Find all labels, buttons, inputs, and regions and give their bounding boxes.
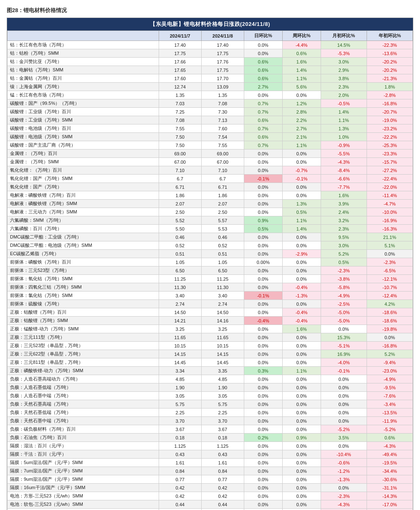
row-monthly-pct: 0.0% [321, 442, 367, 450]
row-weekly-pct: 0.0% [282, 300, 321, 308]
row-date2: 0.84 [201, 467, 244, 475]
row-weekly-pct: 0.0% [282, 191, 321, 200]
table-row: 锰：长江有色市场（万/吨）1.351.350.0%0.0%2.0%-2.8% [8, 91, 413, 99]
table-row: 钴：电解钴（万/吨）SMM17.6517.750.6%1.4%2.9%-20.2… [8, 66, 413, 74]
row-name: 前驱体：氯化钴（万/吨）SMM [8, 292, 159, 300]
row-date2: 7.60 [201, 124, 244, 133]
row-daily-pct: 0.0% [244, 358, 282, 367]
row-yearly-pct: -4.9% [367, 375, 412, 383]
row-yearly-pct: -16.3% [367, 225, 412, 233]
table-row: 负极：人造石墨中端（万/吨）3.053.050.0%0.0%0.0%-7.6% [8, 392, 413, 400]
row-monthly-pct: -1.3% [321, 475, 367, 484]
row-weekly-pct: 1.1% [282, 216, 321, 225]
row-date1: 0.46 [159, 233, 201, 241]
row-name: 金属锂：（万/吨）SMM [8, 158, 159, 166]
row-monthly-pct: -0.9% [321, 141, 367, 150]
row-name: 隔膜：5um湿法/国产（元/平）SMM [8, 459, 159, 467]
table-row: 前驱体：氯化钴（万/吨）SMM3.403.40-0.1%-1.3%-4.9%-1… [8, 292, 413, 300]
row-monthly-pct: 2.3% [321, 225, 367, 233]
row-yearly-pct: -11.9% [367, 417, 412, 425]
row-date1: 14.45 [159, 358, 201, 367]
row-monthly-pct: 0.0% [321, 325, 367, 333]
row-date2: 17.75 [201, 49, 244, 58]
row-daily-pct: 0.0% [244, 308, 282, 317]
row-daily-pct: 0.0% [244, 275, 282, 283]
row-name: 负极：石油焦（万/吨）百川 [8, 434, 159, 442]
row-date1: 6.7 [159, 175, 201, 183]
row-date1: 2.50 [159, 208, 201, 216]
row-weekly-pct: 0.0% [282, 91, 321, 99]
row-name: 电池：方形-三元523（元/wh）SMM [8, 492, 159, 500]
row-date1: 1.125 [159, 442, 201, 450]
row-date2: 5.75 [201, 400, 244, 409]
row-monthly-pct: -1.2% [321, 467, 367, 475]
row-yearly-pct: -19.0% [367, 116, 412, 124]
row-monthly-pct: 1.1% [321, 116, 367, 124]
row-date1: 11.65 [159, 333, 201, 342]
row-monthly-pct: 5.2% [321, 250, 367, 258]
row-date1: 0.42 [159, 484, 201, 492]
row-name: 钴：金属钴（万/吨）百川 [8, 74, 159, 83]
row-daily-pct: 0.0% [244, 400, 282, 409]
row-monthly-pct: 2.4% [321, 208, 367, 216]
row-daily-pct: 0.0% [244, 417, 282, 425]
row-date2: 3.35 [201, 367, 244, 375]
row-name: 电解液：磷酸铁锂（万/吨）百川 [8, 191, 159, 200]
row-date2: 0.43 [201, 450, 244, 459]
row-weekly-pct: -2.9% [282, 250, 321, 258]
row-daily-pct: 0.0% [244, 342, 282, 350]
table-row: 碳酸锂：电池级（万/吨）SMM7.507.540.6%2.1%1.0%-22.2… [8, 133, 413, 141]
table-row: 电池：软包-三元523（元/wh）SMM0.440.440.0%0.0%-4.3… [8, 500, 413, 509]
row-monthly-pct: -5.3% [321, 49, 367, 58]
row-daily-pct: 0.0% [244, 200, 282, 208]
row-monthly-pct: 16.9% [321, 350, 367, 358]
row-daily-pct: 0.0% [244, 492, 282, 500]
row-yearly-pct: -20.7% [367, 108, 412, 116]
row-date1: 0.38 [159, 509, 201, 510]
row-monthly-pct: 14.5% [321, 41, 367, 49]
row-yearly-pct: -3.4% [367, 400, 412, 409]
row-monthly-pct: 1.3% [321, 124, 367, 133]
row-date1: 0.84 [159, 467, 201, 475]
row-date2: 10.15 [201, 342, 244, 350]
table-row: DMC碳酸二甲酯：电池级（万/吨）SMM0.520.520.0%0.0%3.0%… [8, 241, 413, 250]
row-yearly-pct: -16.9% [367, 216, 412, 225]
row-date2: 0.42 [201, 484, 244, 492]
row-name: 正极：三元622型（单晶型，万/吨） [8, 350, 159, 358]
row-daily-pct: 0.0% [244, 333, 282, 342]
row-name: 钴：长江有色市场（万/吨） [8, 41, 159, 49]
row-weekly-pct: 0.0% [282, 258, 321, 266]
row-date2: 0.18 [201, 434, 244, 442]
row-weekly-pct: 1.1% [282, 141, 321, 150]
table-row: 正极：钴酸锂（万/吨）SMM14.2114.16-0.4%-0.4%-5.0%-… [8, 317, 413, 325]
row-date1: 2.74 [159, 300, 201, 308]
row-date1: 7.55 [159, 124, 201, 133]
row-monthly-pct: 0.0% [321, 417, 367, 425]
row-date2: 1.05 [201, 258, 244, 266]
row-name: 正极：三元523型（单晶型，万/吨） [8, 342, 159, 350]
row-monthly-pct: -5.0% [321, 317, 367, 325]
table-row: 负极：石油焦（万/吨）百川0.180.180.2%0.9%3.5%0.6% [8, 434, 413, 442]
table-row: 负极：碳负极材料（万/吨）百川3.673.670.0%0.0%-5.2%-5.2… [8, 425, 413, 434]
row-daily-pct: 0.0% [244, 500, 282, 509]
row-monthly-pct: 0.5% [321, 258, 367, 266]
row-date2: 3.05 [201, 392, 244, 400]
row-daily-pct: 0.0% [244, 250, 282, 258]
row-date1: 2.25 [159, 409, 201, 417]
table-row: 金属锂：（万/吨）百川69.0069.000.0%0.0%-5.5%-23.3% [8, 150, 413, 158]
row-yearly-pct: 1.8% [367, 83, 412, 91]
table-row: 碳酸锂：工业级（万/吨）SMM7.087.130.6%2.2%1.1%-19.0… [8, 116, 413, 124]
row-weekly-pct: -0.7% [282, 166, 321, 175]
row-date2: 14.45 [201, 358, 244, 367]
row-monthly-pct: 0.0% [321, 383, 367, 392]
table-row: 正极：锰酸锂-动力（万/吨）SMM3.253.250.0%1.6%0.0%-19… [8, 325, 413, 333]
row-yearly-pct: -9.5% [367, 383, 412, 392]
row-yearly-pct: -19.5% [367, 459, 412, 467]
row-daily-pct: 2.7% [244, 83, 282, 91]
row-name: 负极：人造石墨高端动力（万/吨） [8, 375, 159, 383]
row-monthly-pct: -4.9% [321, 292, 367, 300]
row-daily-pct: 0.6% [244, 133, 282, 141]
row-yearly-pct: -13.5% [367, 409, 412, 417]
row-daily-pct: 0.0% [244, 442, 282, 450]
row-date1: 10.15 [159, 342, 201, 350]
